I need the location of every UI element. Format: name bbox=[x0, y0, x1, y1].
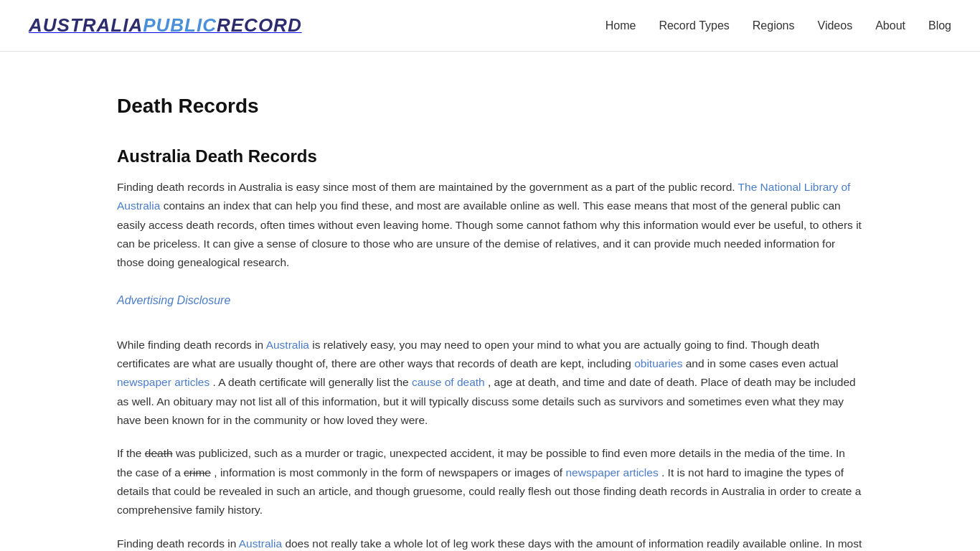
section-title: Australia Death Records bbox=[117, 146, 863, 166]
advertising-disclosure-link[interactable]: Advertising Disclosure bbox=[117, 294, 230, 307]
para4: Finding death records in Australia does … bbox=[117, 534, 863, 551]
main-content: Death Records Australia Death Records Fi… bbox=[60, 52, 920, 551]
logo-record: RECORD bbox=[217, 14, 302, 36]
para2-before: While finding death records in bbox=[117, 339, 263, 351]
nav-item-record-types[interactable]: Record Types bbox=[659, 19, 729, 32]
page-title: Death Records bbox=[117, 95, 863, 118]
logo-australia: AUSTRALIA bbox=[29, 14, 143, 36]
para3-mid2-text: , information is most commonly in the fo… bbox=[214, 466, 562, 479]
australia-link-2[interactable]: Australia bbox=[239, 537, 282, 550]
nav-item-about[interactable]: About bbox=[875, 19, 905, 32]
site-logo[interactable]: AUSTRALIAPUBLICRECORD bbox=[29, 14, 302, 37]
nav-item-blog[interactable]: Blog bbox=[928, 19, 951, 32]
cause-of-death-link[interactable]: cause of death bbox=[412, 376, 485, 388]
logo-public: PUBLIC bbox=[143, 14, 217, 36]
para4-before: Finding death records in bbox=[117, 537, 236, 550]
para2-mid2-text: and in some cases even actual bbox=[686, 357, 839, 369]
nav-item-home[interactable]: Home bbox=[606, 19, 636, 32]
para3-death-strikethrough: death bbox=[145, 447, 173, 459]
para3-crime-strikethrough: crime bbox=[184, 466, 211, 479]
intro-text-before: Finding death records in Australia is ea… bbox=[117, 181, 735, 193]
newspaper-articles-link-2[interactable]: newspaper articles bbox=[565, 466, 658, 479]
main-nav: Home Record Types Regions Videos About B… bbox=[606, 19, 951, 32]
para3: If the death was publicized, such as a m… bbox=[117, 444, 863, 519]
site-header: AUSTRALIAPUBLICRECORD Home Record Types … bbox=[0, 0, 980, 52]
para2: While finding death records in Australia… bbox=[117, 336, 863, 430]
nav-item-regions[interactable]: Regions bbox=[753, 19, 795, 32]
nav-item-videos[interactable]: Videos bbox=[818, 19, 853, 32]
newspaper-articles-link-1[interactable]: newspaper articles bbox=[117, 376, 209, 388]
obituaries-link[interactable]: obituaries bbox=[634, 357, 682, 369]
intro-para1-after: contains an index that can help you find… bbox=[117, 199, 862, 268]
para2-mid3-text: . A death certificate will generally lis… bbox=[213, 376, 409, 388]
intro-paragraph: Finding death records in Australia is ea… bbox=[117, 178, 863, 273]
australia-link-1[interactable]: Australia bbox=[266, 339, 309, 351]
para3-before: If the bbox=[117, 447, 141, 459]
